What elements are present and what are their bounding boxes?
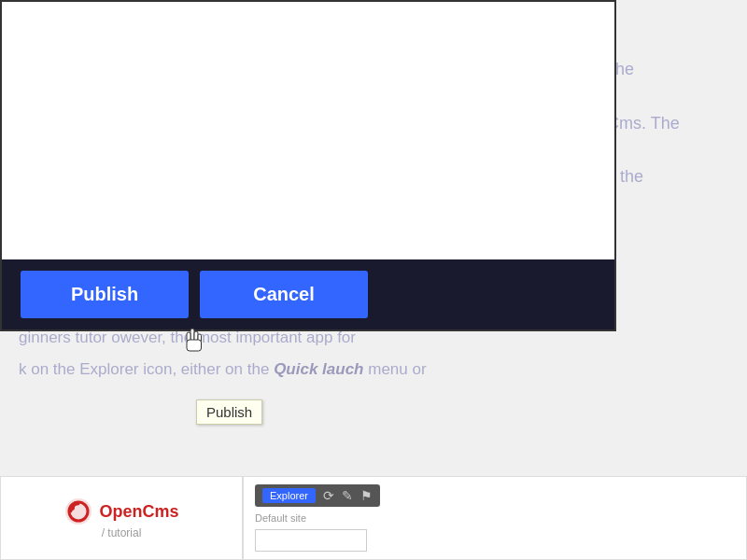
opencms-logo-icon-left [63,497,93,526]
default-site-label: Default site [255,512,306,524]
cancel-button[interactable]: Cancel [200,271,368,318]
svg-point-7 [69,505,75,511]
publish-button[interactable]: Publish [21,271,189,318]
publish-dialog: Publish Cancel [0,0,616,331]
publish-tooltip: Publish [196,399,262,425]
thumbnail-left: OpenCms / tutorial [0,476,243,560]
opencms-logo-text-left: OpenCms [99,502,178,522]
history-icon: ⟳ [323,488,334,503]
dialog-footer: Publish Cancel [2,259,614,329]
mini-content-box [255,529,367,552]
opencms-logo-left: OpenCms [63,497,178,526]
edit-icon: ✎ [342,488,353,503]
thumbnail-right: Explorer ⟳ ✎ ⚑ Default site [243,476,747,560]
flag-icon: ⚑ [360,488,373,503]
background-text-bottom: ginners tutor owever, the most important… [0,322,747,385]
toolbar-bar: Explorer ⟳ ✎ ⚑ [255,484,380,507]
breadcrumb-left: / tutorial [102,526,142,539]
bottom-thumbnails: OpenCms / tutorial Explorer ⟳ ✎ ⚑ Defaul… [0,476,747,560]
explorer-button[interactable]: Explorer [262,488,316,503]
dialog-content [2,2,614,259]
